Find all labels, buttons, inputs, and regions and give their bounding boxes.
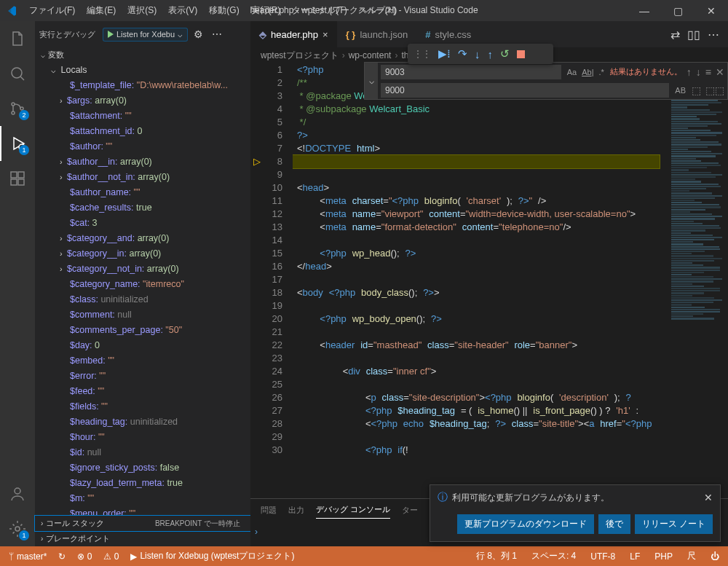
find-next-icon[interactable]: ↓ — [696, 66, 701, 78]
find-prev-icon[interactable]: ↑ — [687, 66, 692, 78]
variable-row[interactable]: $_template_file: "D:\www\ratebelab\w... — [35, 78, 250, 93]
status-debug[interactable]: ▶ Listen for Xdebug (wptestプロジェクト) — [127, 550, 297, 562]
replace-one-icon[interactable]: ⬚ — [692, 84, 701, 96]
variable-row[interactable]: $category_name: "itemreco" — [35, 277, 250, 292]
split-editor-icon[interactable]: ▯▯ — [687, 28, 700, 42]
variable-row[interactable]: $comment: null — [35, 307, 250, 323]
variable-row[interactable]: $cache_results: true — [35, 200, 250, 216]
variable-row[interactable]: $id: null — [35, 445, 250, 460]
status-indent[interactable]: スペース: 4 — [529, 550, 579, 562]
variable-row[interactable]: $lazy_load_term_meta: true — [35, 476, 250, 491]
breadcrumb-item[interactable]: wp-content — [349, 50, 392, 60]
replace-all-icon[interactable]: ⬚⬚ — [705, 84, 724, 96]
menu-go[interactable]: 移動(G) — [205, 1, 243, 20]
variable-row[interactable]: $embed: "" — [35, 353, 250, 369]
variable-row[interactable]: $comments_per_page: "50" — [35, 323, 250, 338]
variable-row[interactable]: $attachment: "" — [35, 109, 250, 124]
download-update-button[interactable]: 更新プログラムのダウンロード — [457, 514, 594, 534]
variable-row[interactable]: $attachment_id: 0 — [35, 124, 250, 139]
release-notes-button[interactable]: リリース ノート — [635, 514, 713, 534]
code-body[interactable]: <?php /** * @package Welcart * @subpacka… — [293, 63, 665, 498]
variable-row[interactable]: $author_name: "" — [35, 185, 250, 200]
activity-accounts[interactable] — [0, 476, 35, 511]
drag-handle-icon[interactable]: ⋮⋮ — [414, 49, 431, 59]
panel-tab-debug-console[interactable]: デバッグ コンソール — [316, 501, 390, 519]
menu-view[interactable]: 表示(V) — [164, 1, 202, 20]
callstack-section[interactable]: ›コール スタック BREAKPOINT で一時停止 — [35, 516, 250, 531]
restart-icon[interactable]: ↺ — [500, 47, 510, 60]
variable-row[interactable]: ›$category__in: array(0) — [35, 246, 250, 262]
replace-input[interactable] — [381, 83, 669, 98]
debug-more-icon[interactable]: ⋯ — [209, 28, 225, 40]
activity-search[interactable] — [0, 56, 35, 91]
variables-tree[interactable]: ⌵ Locals $_template_file: "D:\www\ratebe… — [35, 63, 250, 515]
code-editor[interactable]: 1234567▷89101112131415161718192021222324… — [250, 63, 728, 498]
debug-toolbar[interactable]: ⋮⋮ ▶⁞ ↷ ↓ ↑ ↺ — [408, 44, 553, 64]
status-errors[interactable]: ⊗ 0 — [74, 551, 95, 562]
variable-row[interactable]: $author: "" — [35, 139, 250, 154]
variable-row[interactable]: $hour: "" — [35, 430, 250, 445]
variable-row[interactable]: $class: uninitialized — [35, 292, 250, 307]
activity-scm[interactable]: 2 — [0, 91, 35, 126]
variable-row[interactable]: $fields: "" — [35, 399, 250, 414]
locals-group[interactable]: ⌵ Locals — [35, 63, 250, 78]
minimize-button[interactable]: — — [628, 0, 661, 21]
variable-row[interactable]: $ignore_sticky_posts: false — [35, 460, 250, 476]
find-close-icon[interactable]: ✕ — [716, 66, 724, 78]
preserve-case-icon[interactable]: AB — [673, 86, 687, 95]
match-word-icon[interactable]: Ab| — [580, 68, 595, 76]
activity-extensions[interactable] — [0, 161, 35, 196]
find-input[interactable] — [381, 65, 561, 79]
status-eol[interactable]: LF — [627, 550, 643, 562]
activity-debug[interactable]: 1 — [0, 126, 35, 161]
status-warnings[interactable]: ⚠ 0 — [100, 551, 122, 562]
activity-explorer[interactable] — [0, 21, 35, 56]
regex-icon[interactable]: .* — [597, 68, 605, 76]
tab-close-icon[interactable]: × — [323, 29, 328, 40]
variables-section[interactable]: ⌵変数 — [35, 47, 250, 63]
status-bell[interactable]: ⏻ — [708, 550, 722, 562]
continue-icon[interactable]: ▶⁞ — [438, 47, 451, 60]
tab-header-php[interactable]: ⬘ header.php × — [250, 21, 337, 47]
panel-tab-problems[interactable]: 問題 — [261, 502, 277, 519]
variable-row[interactable]: $day: 0 — [35, 338, 250, 353]
variable-row[interactable]: ›$author__in: array(0) — [35, 154, 250, 170]
status-feedback[interactable]: 尺 — [684, 550, 699, 562]
match-case-icon[interactable]: Aa — [566, 68, 578, 76]
status-position[interactable]: 行 8、列 1 — [473, 550, 520, 562]
panel-tab-terminal[interactable]: ター — [402, 502, 418, 519]
variable-row[interactable]: ›$author__not_in: array(0) — [35, 170, 250, 185]
notification-close-icon[interactable]: ✕ — [704, 492, 713, 503]
breadcrumb-item[interactable]: wptestプロジェクト — [261, 50, 339, 62]
debug-config-selector[interactable]: Listen for Xdebu ⌵ — [103, 28, 188, 42]
activity-settings[interactable]: 1 — [0, 511, 35, 546]
breakpoints-section[interactable]: ›ブレークポイント — [35, 531, 250, 546]
debug-settings-gear[interactable]: ⚙ — [191, 28, 206, 40]
maximize-button[interactable]: ▢ — [661, 0, 695, 21]
find-toggle-replace[interactable]: ⌵ — [365, 63, 378, 99]
variable-row[interactable]: $m: "" — [35, 491, 250, 506]
variable-row[interactable]: ›$category__and: array(0) — [35, 231, 250, 246]
menu-select[interactable]: 選択(S) — [123, 1, 161, 20]
close-button[interactable]: ✕ — [695, 0, 728, 21]
variable-row[interactable]: $heading_tag: uninitialized — [35, 414, 250, 430]
status-branch[interactable]: ᛘ master* — [6, 551, 50, 562]
find-selection-icon[interactable]: ≡ — [705, 66, 711, 78]
later-button[interactable]: 後で — [598, 514, 630, 534]
step-out-icon[interactable]: ↑ — [488, 48, 494, 60]
stop-icon[interactable] — [517, 50, 525, 58]
panel-tab-output[interactable]: 出力 — [288, 502, 304, 519]
status-language[interactable]: PHP — [652, 550, 676, 562]
status-encoding[interactable]: UTF-8 — [587, 550, 618, 562]
variable-row[interactable]: $cat: 3 — [35, 216, 250, 231]
menu-edit[interactable]: 編集(E) — [82, 1, 120, 20]
variable-row[interactable]: $feed: "" — [35, 384, 250, 399]
compare-icon[interactable]: ⇄ — [670, 28, 680, 42]
variable-row[interactable]: ›$args: array(0) — [35, 93, 250, 109]
variable-row[interactable]: $error: "" — [35, 369, 250, 384]
tab-launch-json[interactable]: { } launch.json — [337, 21, 417, 47]
editor-more-icon[interactable]: ⋯ — [708, 28, 719, 42]
variable-row[interactable]: $menu_order: "" — [35, 506, 250, 515]
step-into-icon[interactable]: ↓ — [475, 48, 480, 60]
variable-row[interactable]: ›$category__not_in: array(0) — [35, 262, 250, 277]
